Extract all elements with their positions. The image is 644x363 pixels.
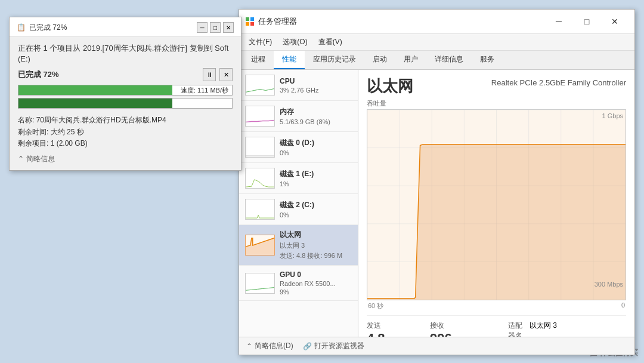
resource-item-disk0[interactable]: 磁盘 0 (D:) 0% (239, 132, 358, 163)
tm-simple-info-btn[interactable]: ⌃ 简略信息(D) (246, 341, 293, 351)
tab-startup[interactable]: 启动 (364, 51, 395, 69)
copy-progress-area: 速度: 111 MB/秒 (18, 85, 233, 109)
resource-item-memory[interactable]: 内存 5.1/63.9 GB (8%) (239, 101, 358, 132)
copy-progress-fill-1 (18, 85, 172, 95)
copy-controls-row: 已完成 72% ⏸ ✕ (18, 68, 233, 81)
copy-ctrl-buttons: ⏸ ✕ (203, 68, 233, 81)
tab-app-history[interactable]: 应用历史记录 (305, 51, 364, 69)
tm-right-panel: 以太网 Realtek PCIe 2.5GbE Family Controlle… (358, 70, 634, 337)
tm-menu-file[interactable]: 文件(F) (244, 35, 277, 49)
task-manager: 任务管理器 ─ □ ✕ 文件(F) 选项(O) 查看(V) 进程 性能 应用历史… (239, 9, 635, 355)
copy-progress-bar-2 (18, 98, 233, 109)
ethernet-info: 以太网 以太网 3 发送: 4.8 接收: 996 M (280, 230, 352, 260)
simple-info-label: 简略信息 (26, 154, 55, 164)
copy-maximize-button[interactable]: □ (210, 22, 221, 33)
gpu-sub1: Radeon RX 5500... (280, 280, 352, 287)
stat-receive-group: 接收 996 Mbps (430, 321, 478, 337)
copy-minimize-button[interactable]: ─ (197, 22, 208, 33)
chart-x-right: 0 (621, 302, 625, 310)
tm-title-controls: ─ □ ✕ (545, 13, 628, 30)
tm-content: CPU 3% 2.76 GHz 内存 5.1/63.9 GB (8%) (239, 70, 634, 337)
copy-dialog-title-bar: 📋 已完成 72% ─ □ ✕ (10, 17, 241, 37)
copy-simple-info-row[interactable]: ⌃ 简略信息 (18, 154, 233, 164)
chart-main-title: 以太网 (367, 76, 413, 97)
copy-time-remaining: 剩余时间: 大约 25 秒 (18, 127, 233, 138)
disk2-mini-chart (245, 199, 275, 220)
tm-title-left: 任务管理器 (245, 16, 297, 27)
tab-users[interactable]: 用户 (395, 51, 426, 69)
stat-receive-value: 996 Mbps (430, 331, 478, 337)
tm-menu-bar: 文件(F) 选项(O) 查看(V) (239, 34, 634, 51)
gpu-info: GPU 0 Radeon RX 5500... 9% (280, 270, 352, 296)
tab-services[interactable]: 服务 (472, 51, 503, 69)
copy-pause-button[interactable]: ⏸ (203, 68, 216, 81)
ethernet-sub1: 以太网 3 (280, 241, 352, 250)
cpu-name: CPU (280, 77, 352, 85)
svg-rect-0 (246, 17, 249, 21)
copy-description: 正在将 1 个项目从 2019.[70周年大阅兵.群众游行] 复制到 Soft … (18, 43, 233, 64)
task-manager-icon (245, 17, 255, 26)
stat-send-group: 发送 4.8 Mbps (367, 321, 412, 337)
disk2-info: 磁盘 2 (C:) 0% (280, 200, 352, 219)
tm-maximize-button[interactable]: □ (573, 13, 600, 30)
stats-row: 发送 4.8 Mbps 接收 996 Mbps 适配器名称: 以太网 3 连接类… (367, 315, 626, 337)
copy-stop-button[interactable]: ✕ (219, 68, 233, 81)
copy-file-info: 名称: 70周年大阅兵.群众游行HD无台标版.MP4 剩余时间: 大约 25 秒… (18, 115, 233, 149)
info-table: 适配器名称: 以太网 3 连接类型: 以太网 IPv4 地址: 10.0.0.4… (508, 321, 626, 337)
tab-details[interactable]: 详细信息 (426, 51, 472, 69)
stat-send-label: 发送 (367, 321, 412, 331)
copy-close-button[interactable]: ✕ (223, 22, 234, 33)
chart-x-labels: 60 秒 0 (367, 302, 626, 310)
monitor-icon: 🔗 (303, 342, 312, 350)
tab-performance[interactable]: 性能 (274, 51, 305, 69)
tm-close-button[interactable]: ✕ (601, 13, 628, 30)
copy-title-controls: ─ □ ✕ (197, 22, 234, 33)
copy-progress-bar-1: 速度: 111 MB/秒 (18, 85, 233, 96)
chevron-up-icon-tm: ⌃ (246, 342, 252, 350)
disk1-mini-chart (245, 168, 275, 189)
disk0-mini-chart (245, 137, 275, 158)
tm-menu-view[interactable]: 查看(V) (314, 35, 347, 49)
memory-name: 内存 (280, 107, 352, 117)
ethernet-name: 以太网 (280, 230, 352, 240)
chevron-up-icon: ⌃ (18, 155, 24, 163)
memory-info: 内存 5.1/63.9 GB (8%) (280, 107, 352, 125)
resource-item-cpu[interactable]: CPU 3% 2.76 GHz (239, 70, 358, 101)
gpu-name: GPU 0 (280, 270, 352, 279)
disk1-info: 磁盘 1 (E:) 1% (280, 169, 352, 187)
chart-area: 1 Gbps 300 Mbps (367, 109, 626, 300)
cpu-mini-chart (245, 75, 275, 96)
copy-progress-fill-2 (18, 99, 172, 108)
tm-title-bar: 任务管理器 ─ □ ✕ (239, 10, 634, 34)
chart-title: 以太网 (367, 76, 413, 97)
resource-item-ethernet[interactable]: 以太网 以太网 3 发送: 4.8 接收: 996 M (239, 225, 358, 266)
resource-item-disk2[interactable]: 磁盘 2 (C:) 0% (239, 194, 358, 225)
info-adapter-key: 适配器名称: (508, 321, 522, 337)
tm-tabs: 进程 性能 应用历史记录 启动 用户 详细信息 服务 (239, 51, 634, 70)
chart-y-mid-label: 300 Mbps (595, 281, 623, 288)
resource-item-disk1[interactable]: 磁盘 1 (E:) 1% (239, 163, 358, 194)
svg-marker-20 (367, 144, 626, 300)
chart-grid-svg (367, 110, 626, 300)
tm-menu-options[interactable]: 选项(O) (278, 35, 312, 49)
resource-item-gpu[interactable]: GPU 0 Radeon RX 5500... 9% (239, 266, 358, 301)
chart-header: 以太网 Realtek PCIe 2.5GbE Family Controlle… (367, 76, 626, 97)
disk0-name: 磁盘 0 (D:) (280, 138, 352, 148)
tm-resource-list: CPU 3% 2.76 GHz 内存 5.1/63.9 GB (8%) (239, 70, 358, 337)
copy-filename: 名称: 70周年大阅兵.群众游行HD无台标版.MP4 (18, 115, 233, 126)
chart-y-top-label: 1 Gbps (602, 112, 623, 119)
tm-open-monitor-btn[interactable]: 🔗 打开资源监视器 (303, 341, 364, 351)
disk2-name: 磁盘 2 (C:) (280, 200, 352, 210)
gpu-mini-chart (245, 273, 275, 294)
tab-processes[interactable]: 进程 (243, 51, 274, 69)
copy-items-remaining: 剩余项目: 1 (2.00 GB) (18, 138, 233, 149)
svg-marker-4 (246, 238, 274, 255)
chart-device-name: Realtek PCIe 2.5GbE Family Controller (491, 78, 626, 87)
stat-receive-label: 接收 (430, 321, 478, 331)
tm-minimize-button[interactable]: ─ (545, 13, 572, 30)
copy-dialog-title: 已完成 72% (29, 23, 67, 33)
desktop: 📋 已完成 72% ─ □ ✕ 正在将 1 个项目从 2019.[70周年大阅兵… (0, 0, 644, 363)
chart-x-left: 60 秒 (368, 302, 383, 310)
cpu-info: CPU 3% 2.76 GHz (280, 77, 352, 94)
svg-rect-1 (250, 17, 254, 21)
